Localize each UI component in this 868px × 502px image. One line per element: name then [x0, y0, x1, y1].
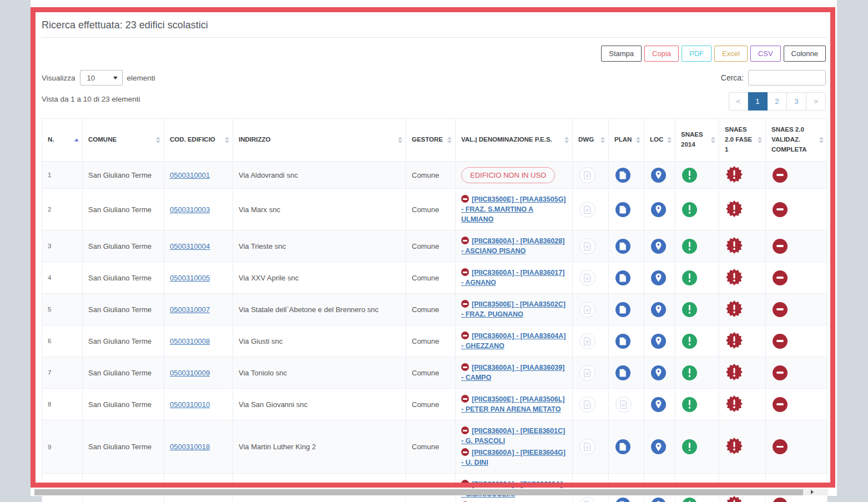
copia-button[interactable]: Copia [644, 46, 679, 62]
validazione-blocked-icon[interactable] [773, 498, 788, 502]
plan-pdf-icon[interactable] [615, 302, 630, 317]
pes-link[interactable]: [PIIC83600A] - [PIEE83601C] - G. PASCOLI [461, 427, 565, 445]
snaes-fase1-seal-icon[interactable] [726, 269, 743, 285]
snaes-2014-ok-icon[interactable] [682, 498, 697, 502]
snaes-fase1-seal-icon[interactable] [726, 237, 743, 254]
snaes-fase1-seal-icon[interactable] [726, 332, 743, 349]
building-code-link[interactable]: 0500310009 [170, 369, 210, 377]
building-code-link[interactable]: 0500310018 [170, 443, 210, 451]
validazione-blocked-icon[interactable] [773, 168, 788, 183]
plan-pdf-icon[interactable] [615, 168, 630, 183]
snaes-fase1-seal-icon[interactable] [726, 364, 743, 380]
pdf-button[interactable]: PDF [682, 46, 711, 62]
plan-pdf-icon[interactable] [615, 439, 630, 454]
location-pin-icon[interactable] [651, 302, 666, 317]
snaes-fase1-seal-icon[interactable] [726, 166, 743, 183]
colonne-button[interactable]: Colonne [784, 46, 826, 62]
building-code-link[interactable]: 0500310004 [170, 242, 210, 250]
csv-button[interactable]: CSV [750, 46, 781, 62]
column-header-7[interactable]: PLAN [609, 119, 644, 162]
snaes-fase1-seal-icon[interactable] [726, 300, 743, 317]
column-header-8[interactable]: LOC [644, 119, 675, 162]
stampa-button[interactable]: Stampa [601, 46, 642, 62]
snaes-fase1-seal-icon[interactable] [726, 395, 743, 412]
column-header-1[interactable]: COMUNE [83, 119, 164, 162]
snaes-2014-ok-icon[interactable] [682, 439, 697, 454]
scrollbar-thumb[interactable] [34, 489, 803, 495]
snaes-fase1-seal-icon[interactable] [726, 438, 743, 454]
location-pin-icon[interactable] [651, 239, 666, 254]
pes-link[interactable]: [PIIC83500E] - [PIAA83502C] - FRAZ. PUGN… [461, 300, 566, 318]
validazione-blocked-icon[interactable] [773, 239, 788, 254]
table-row: 2San Giuliano Terme0500310003Via Marx sn… [42, 189, 827, 230]
pes-link[interactable]: [PIIC83600A] - [PIAA83604A] - GHEZZANO [461, 332, 566, 350]
validazione-blocked-icon[interactable] [773, 202, 788, 217]
plan-pdf-icon[interactable] [615, 365, 630, 380]
pagination-next[interactable]: > [806, 92, 826, 111]
cell-snaes-fase1 [719, 389, 766, 420]
building-code-link[interactable]: 0500310008 [170, 337, 210, 345]
snaes-2014-ok-icon[interactable] [682, 270, 697, 285]
pes-link[interactable]: [PIIC83500E] - [PIAA83506L] - PETER PAN … [461, 395, 564, 413]
snaes-fase1-seal-icon[interactable] [726, 496, 743, 502]
pes-link[interactable]: [PIIC83600A] - [PIAA836017] - AGNANO [461, 269, 564, 287]
pes-link[interactable]: [PIIC83600A] - [PIAA836039] - CAMPO [461, 364, 564, 381]
pagination-page-3[interactable]: 3 [787, 92, 806, 111]
column-header-9[interactable]: SNAES 2014 [675, 119, 719, 162]
location-pin-icon[interactable] [651, 270, 666, 285]
scroll-right-icon[interactable] [811, 490, 814, 494]
cell-dwg [573, 162, 609, 189]
location-pin-icon[interactable] [651, 168, 666, 183]
validazione-blocked-icon[interactable] [773, 334, 788, 349]
pes-link[interactable]: [PIIC83500E] - [PIAA83505G] - FRAZ. S.MA… [461, 195, 566, 223]
search-input[interactable] [748, 70, 826, 86]
location-pin-icon[interactable] [651, 202, 666, 217]
column-header-10[interactable]: SNAES 2.0 FASE 1 [719, 119, 766, 162]
building-code-link[interactable]: 0500310005 [170, 274, 210, 282]
location-pin-icon[interactable] [651, 498, 666, 502]
pagination-page-2[interactable]: 2 [768, 92, 787, 111]
plan-pdf-icon[interactable] [615, 270, 630, 285]
validazione-blocked-icon[interactable] [773, 397, 788, 412]
page-length-select[interactable]: 10 [80, 70, 123, 86]
plan-pdf-icon[interactable] [615, 239, 630, 254]
plan-pdf-icon[interactable] [615, 334, 630, 349]
column-header-0[interactable]: N. [42, 119, 83, 162]
cell-snaes-2014 [675, 420, 719, 474]
cell-loc [644, 420, 675, 474]
building-code-link[interactable]: 0500310010 [170, 400, 210, 409]
pes-link[interactable]: [PIIC83600A] - [PIAA836028] - ASCIANO PI… [461, 237, 564, 255]
validazione-blocked-icon[interactable] [773, 365, 788, 380]
column-header-5[interactable]: VAL.| DENOMINAZIONE P.E.S. [456, 119, 573, 162]
snaes-fase1-seal-icon[interactable] [726, 200, 743, 217]
snaes-2014-ok-icon[interactable] [682, 397, 697, 412]
building-code-link[interactable]: 0500310007 [170, 305, 210, 314]
column-header-3[interactable]: INDIRIZZO [233, 119, 406, 162]
column-header-4[interactable]: GESTORE [406, 119, 456, 162]
column-header-6[interactable]: DWG [573, 119, 609, 162]
snaes-2014-ok-icon[interactable] [682, 168, 697, 183]
validazione-blocked-icon[interactable] [773, 439, 788, 454]
validazione-blocked-icon[interactable] [773, 302, 788, 317]
plan-pdf-icon[interactable] [615, 202, 630, 217]
horizontal-scrollbar[interactable] [34, 489, 828, 495]
location-pin-icon[interactable] [651, 397, 666, 412]
building-code-link[interactable]: 0500310003 [170, 205, 210, 214]
column-header-11[interactable]: SNAES 2.0 VALIDAZ. COMPLETA [766, 119, 827, 162]
column-header-2[interactable]: COD. EDIFICIO [164, 119, 233, 162]
snaes-2014-ok-icon[interactable] [682, 302, 697, 317]
pagination-page-1[interactable]: 1 [748, 92, 768, 111]
location-pin-icon[interactable] [651, 365, 666, 380]
location-pin-icon[interactable] [651, 439, 666, 454]
building-code-link[interactable]: 0500310001 [170, 171, 210, 179]
excel-button[interactable]: Excel [714, 46, 748, 62]
validazione-blocked-icon[interactable] [773, 270, 788, 285]
snaes-2014-ok-icon[interactable] [682, 365, 697, 380]
snaes-2014-ok-icon[interactable] [682, 239, 697, 254]
pes-link[interactable]: [PIIC83600A] - [PIEE83604G] - U. DINI [461, 449, 566, 466]
snaes-2014-ok-icon[interactable] [682, 334, 697, 349]
plan-pdf-icon[interactable] [615, 498, 630, 502]
pagination-prev[interactable]: < [729, 92, 748, 111]
snaes-2014-ok-icon[interactable] [682, 202, 697, 217]
location-pin-icon[interactable] [651, 334, 666, 349]
